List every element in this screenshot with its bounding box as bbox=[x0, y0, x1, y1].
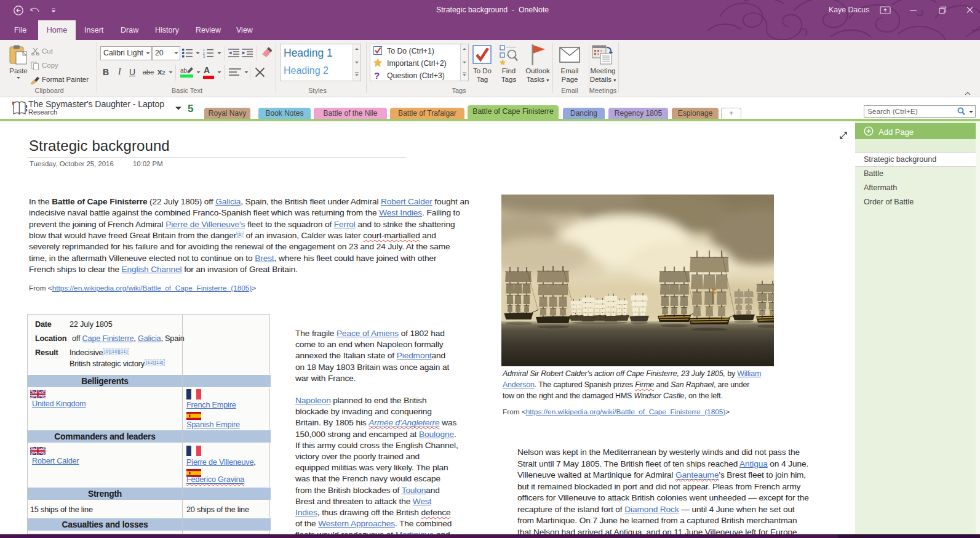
svg-text:3: 3 bbox=[203, 55, 205, 58]
svg-text:ab: ab bbox=[180, 67, 188, 74]
